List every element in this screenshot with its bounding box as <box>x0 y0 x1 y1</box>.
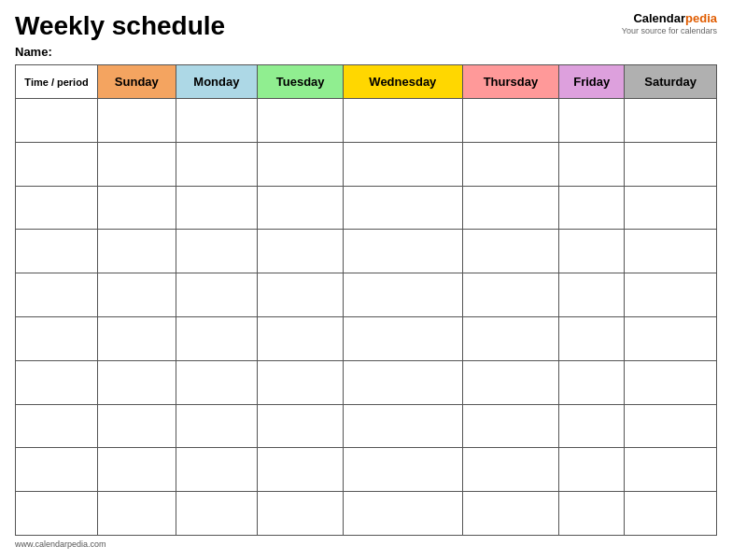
sunday-cell[interactable] <box>98 142 176 186</box>
table-row <box>16 316 717 360</box>
tuesday-cell[interactable] <box>258 273 344 317</box>
monday-cell[interactable] <box>176 99 257 143</box>
tuesday-cell[interactable] <box>258 448 344 492</box>
table-row <box>16 492 717 536</box>
sunday-header: Sunday <box>98 65 176 99</box>
wednesday-cell[interactable] <box>344 360 462 404</box>
thursday-cell[interactable] <box>462 99 559 143</box>
saturday-cell[interactable] <box>625 448 717 492</box>
wednesday-cell[interactable] <box>344 316 462 360</box>
table-row <box>16 186 717 230</box>
footer-url: www.calendarpedia.com <box>15 539 106 549</box>
logo-calendar: Calendar <box>633 11 685 25</box>
wednesday-cell[interactable] <box>344 492 462 536</box>
tuesday-cell[interactable] <box>258 316 344 360</box>
sunday-cell[interactable] <box>98 316 176 360</box>
wednesday-cell[interactable] <box>344 230 462 273</box>
table-row <box>16 99 717 143</box>
time-cell <box>16 142 98 186</box>
friday-cell[interactable] <box>559 99 625 143</box>
sunday-cell[interactable] <box>98 360 176 404</box>
sunday-cell[interactable] <box>98 99 176 143</box>
friday-cell[interactable] <box>559 404 625 448</box>
monday-cell[interactable] <box>176 448 257 492</box>
friday-cell[interactable] <box>559 230 625 273</box>
table-row <box>16 273 717 317</box>
thursday-cell[interactable] <box>462 492 559 536</box>
friday-cell[interactable] <box>559 448 625 492</box>
time-cell <box>16 492 98 536</box>
sunday-cell[interactable] <box>98 404 176 448</box>
sunday-cell[interactable] <box>98 448 176 492</box>
thursday-header: Thursday <box>462 65 559 99</box>
tuesday-header: Tuesday <box>258 65 344 99</box>
tuesday-cell[interactable] <box>258 360 344 404</box>
friday-cell[interactable] <box>559 492 625 536</box>
wednesday-cell[interactable] <box>344 99 462 143</box>
saturday-cell[interactable] <box>625 404 717 448</box>
wednesday-cell[interactable] <box>344 273 462 317</box>
tuesday-cell[interactable] <box>258 99 344 143</box>
friday-cell[interactable] <box>559 186 625 230</box>
monday-cell[interactable] <box>176 230 257 273</box>
wednesday-cell[interactable] <box>344 448 462 492</box>
saturday-cell[interactable] <box>625 360 717 404</box>
monday-cell[interactable] <box>176 360 257 404</box>
friday-cell[interactable] <box>559 316 625 360</box>
schedule-table: Time / period Sunday Monday Tuesday Wedn… <box>15 64 717 536</box>
friday-cell[interactable] <box>559 142 625 186</box>
saturday-cell[interactable] <box>625 186 717 230</box>
thursday-cell[interactable] <box>462 186 559 230</box>
header: Weekly schedule Calendarpedia Your sourc… <box>15 11 717 41</box>
schedule-body <box>16 99 717 536</box>
monday-header: Monday <box>176 65 257 99</box>
saturday-cell[interactable] <box>625 492 717 536</box>
wednesday-cell[interactable] <box>344 142 462 186</box>
time-cell <box>16 360 98 404</box>
logo-sub: Your source for calendars <box>622 26 717 36</box>
thursday-cell[interactable] <box>462 360 559 404</box>
saturday-cell[interactable] <box>625 316 717 360</box>
page-title: Weekly schedule <box>15 11 225 41</box>
wednesday-header: Wednesday <box>344 65 462 99</box>
monday-cell[interactable] <box>176 404 257 448</box>
tuesday-cell[interactable] <box>258 186 344 230</box>
page: Weekly schedule Calendarpedia Your sourc… <box>0 0 732 560</box>
saturday-cell[interactable] <box>625 99 717 143</box>
tuesday-cell[interactable] <box>258 492 344 536</box>
thursday-cell[interactable] <box>462 230 559 273</box>
sunday-cell[interactable] <box>98 186 176 230</box>
time-cell <box>16 448 98 492</box>
monday-cell[interactable] <box>176 316 257 360</box>
monday-cell[interactable] <box>176 142 257 186</box>
monday-cell[interactable] <box>176 186 257 230</box>
thursday-cell[interactable] <box>462 273 559 317</box>
sunday-cell[interactable] <box>98 492 176 536</box>
friday-cell[interactable] <box>559 360 625 404</box>
saturday-cell[interactable] <box>625 230 717 273</box>
tuesday-cell[interactable] <box>258 142 344 186</box>
time-cell <box>16 404 98 448</box>
monday-cell[interactable] <box>176 492 257 536</box>
logo-area: Calendarpedia Your source for calendars <box>622 11 717 35</box>
thursday-cell[interactable] <box>462 448 559 492</box>
wednesday-cell[interactable] <box>344 404 462 448</box>
friday-header: Friday <box>559 65 625 99</box>
thursday-cell[interactable] <box>462 404 559 448</box>
table-row <box>16 404 717 448</box>
saturday-cell[interactable] <box>625 273 717 317</box>
table-row <box>16 230 717 273</box>
logo-pedia: pedia <box>685 11 717 25</box>
thursday-cell[interactable] <box>462 316 559 360</box>
wednesday-cell[interactable] <box>344 186 462 230</box>
tuesday-cell[interactable] <box>258 230 344 273</box>
monday-cell[interactable] <box>176 273 257 317</box>
tuesday-cell[interactable] <box>258 404 344 448</box>
table-row <box>16 448 717 492</box>
sunday-cell[interactable] <box>98 273 176 317</box>
thursday-cell[interactable] <box>462 142 559 186</box>
time-cell <box>16 273 98 317</box>
saturday-cell[interactable] <box>625 142 717 186</box>
sunday-cell[interactable] <box>98 230 176 273</box>
friday-cell[interactable] <box>559 273 625 317</box>
